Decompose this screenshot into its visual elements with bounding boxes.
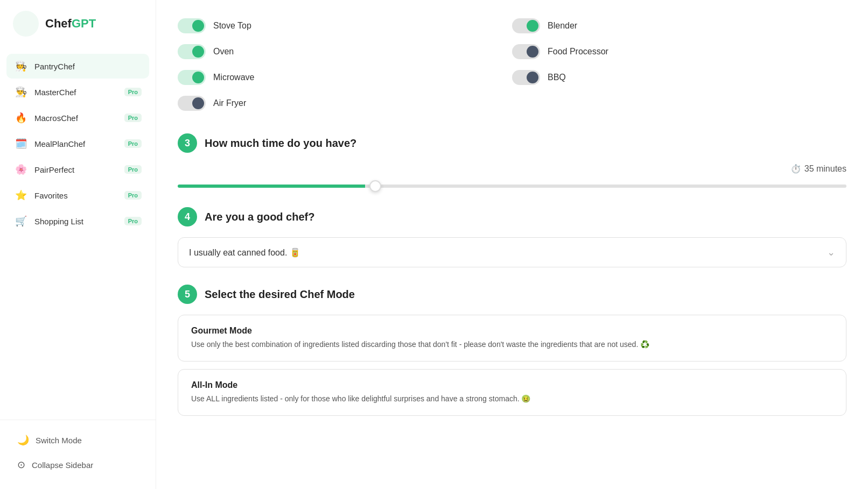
skill-section-title: Are you a good chef? bbox=[205, 211, 314, 223]
master-chef-pro-badge: Pro bbox=[124, 88, 142, 96]
chef-mode-section-title: Select the desired Chef Mode bbox=[205, 288, 355, 301]
meal-plan-chef-pro-badge: Pro bbox=[124, 139, 142, 148]
sidebar: 🤖 ChefGPT 🧑‍🍳 PantryChef 👨‍🍳 MasterChef … bbox=[0, 0, 156, 489]
time-icon: ⏱️ bbox=[790, 164, 801, 174]
appliance-stove-top: Stove Top bbox=[178, 13, 512, 39]
air-fryer-label: Air Fryer bbox=[213, 98, 246, 108]
shopping-list-pro-badge: Pro bbox=[124, 217, 142, 225]
microwave-toggle[interactable] bbox=[178, 70, 206, 85]
appliance-air-fryer: Air Fryer bbox=[178, 90, 512, 116]
macros-chef-pro-badge: Pro bbox=[124, 114, 142, 122]
switch-mode-button[interactable]: 🌙 Switch Mode bbox=[11, 429, 145, 451]
oven-label: Oven bbox=[213, 47, 234, 56]
time-slider[interactable] bbox=[178, 185, 846, 188]
sidebar-item-pair-perfect[interactable]: 🌸 PairPerfect Pro bbox=[6, 157, 149, 182]
pair-perfect-label: PairPerfect bbox=[34, 165, 74, 174]
sidebar-item-meal-plan-chef[interactable]: 🗓️ MealPlanChef Pro bbox=[6, 131, 149, 156]
time-section-header: 3 How much time do you have? bbox=[178, 133, 846, 153]
skill-dropdown-value: I usually eat canned food. 🥫 bbox=[189, 247, 300, 258]
all-in-mode-card[interactable]: All-In Mode Use ALL ingredients listed -… bbox=[178, 369, 846, 416]
oven-toggle[interactable] bbox=[178, 44, 206, 59]
time-section-title: How much time do you have? bbox=[205, 137, 356, 150]
macros-chef-icon: 🔥 bbox=[14, 111, 28, 125]
favorites-pro-badge: Pro bbox=[124, 191, 142, 200]
master-chef-label: MasterChef bbox=[34, 88, 76, 97]
microwave-label: Microwave bbox=[213, 73, 254, 82]
dropdown-chevron-icon: ⌄ bbox=[827, 246, 835, 258]
food-processor-label: Food Processor bbox=[548, 47, 608, 56]
shopping-list-label: Shopping List bbox=[34, 217, 83, 226]
gourmet-mode-card[interactable]: Gourmet Mode Use only the best combinati… bbox=[178, 315, 846, 362]
appliance-oven: Oven bbox=[178, 39, 512, 65]
time-value: 35 minutes bbox=[804, 164, 846, 174]
sidebar-item-favorites[interactable]: ⭐ Favorites Pro bbox=[6, 183, 149, 208]
blender-toggle[interactable] bbox=[512, 18, 540, 33]
collapse-sidebar-label: Collapse Sidebar bbox=[32, 460, 93, 470]
bbq-label: BBQ bbox=[548, 73, 566, 82]
air-fryer-toggle-knob bbox=[192, 97, 204, 109]
favorites-icon: ⭐ bbox=[14, 188, 28, 202]
air-fryer-toggle[interactable] bbox=[178, 96, 206, 111]
time-display: ⏱️ 35 minutes bbox=[178, 164, 846, 174]
appliance-bbq: BBQ bbox=[512, 65, 846, 90]
blender-label: Blender bbox=[548, 21, 577, 31]
logo-text: ChefGPT bbox=[45, 17, 96, 31]
chef-gpt-logo-icon: 🤖 bbox=[13, 11, 39, 37]
appliance-food-processor: Food Processor bbox=[512, 39, 846, 65]
pantry-chef-label: PantryChef bbox=[34, 62, 75, 71]
sidebar-item-pantry-chef[interactable]: 🧑‍🍳 PantryChef bbox=[6, 54, 149, 79]
appliance-blender: Blender bbox=[512, 13, 846, 39]
all-in-mode-description: Use ALL ingredients listed - only for th… bbox=[191, 393, 833, 405]
favorites-label: Favorites bbox=[34, 191, 68, 200]
step-3-badge: 3 bbox=[178, 133, 197, 153]
bbq-toggle-knob bbox=[527, 72, 538, 83]
nav-items: 🧑‍🍳 PantryChef 👨‍🍳 MasterChef Pro 🔥 Macr… bbox=[0, 49, 156, 420]
step-5-badge: 5 bbox=[178, 285, 197, 304]
pantry-chef-icon: 🧑‍🍳 bbox=[14, 59, 28, 73]
bbq-toggle[interactable] bbox=[512, 70, 540, 85]
meal-plan-chef-icon: 🗓️ bbox=[14, 137, 28, 151]
switch-mode-label: Switch Mode bbox=[36, 436, 82, 445]
meal-plan-chef-label: MealPlanChef bbox=[34, 139, 85, 148]
chef-mode-section-header: 5 Select the desired Chef Mode bbox=[178, 285, 846, 304]
sidebar-item-master-chef[interactable]: 👨‍🍳 MasterChef Pro bbox=[6, 80, 149, 104]
sidebar-item-macros-chef[interactable]: 🔥 MacrosChef Pro bbox=[6, 105, 149, 130]
food-processor-toggle[interactable] bbox=[512, 44, 540, 59]
oven-toggle-knob bbox=[192, 46, 204, 58]
collapse-icon: ⊙ bbox=[17, 459, 25, 471]
gourmet-mode-description: Use only the best combination of ingredi… bbox=[191, 339, 833, 350]
stove-top-toggle-knob bbox=[192, 20, 204, 32]
appliances-grid: Stove Top Oven Microwave A bbox=[178, 13, 846, 116]
master-chef-icon: 👨‍🍳 bbox=[14, 85, 28, 99]
switch-mode-icon: 🌙 bbox=[17, 434, 29, 446]
gourmet-mode-title: Gourmet Mode bbox=[191, 326, 833, 336]
time-slider-container bbox=[178, 180, 846, 190]
pair-perfect-icon: 🌸 bbox=[14, 162, 28, 176]
all-in-mode-title: All-In Mode bbox=[191, 380, 833, 390]
logo-area: 🤖 ChefGPT bbox=[0, 0, 156, 49]
stove-top-toggle[interactable] bbox=[178, 18, 206, 33]
shopping-list-icon: 🛒 bbox=[14, 214, 28, 228]
appliances-right-col: Blender Food Processor BBQ bbox=[512, 13, 846, 116]
appliance-microwave: Microwave bbox=[178, 65, 512, 90]
sidebar-item-shopping-list[interactable]: 🛒 Shopping List Pro bbox=[6, 209, 149, 233]
stove-top-label: Stove Top bbox=[213, 21, 251, 31]
blender-toggle-knob bbox=[527, 20, 538, 32]
svg-point-0 bbox=[13, 11, 39, 37]
step-4-badge: 4 bbox=[178, 207, 197, 226]
microwave-toggle-knob bbox=[192, 72, 204, 83]
main-content: Stove Top Oven Microwave A bbox=[156, 0, 868, 489]
pair-perfect-pro-badge: Pro bbox=[124, 165, 142, 174]
food-processor-toggle-knob bbox=[527, 46, 538, 58]
appliances-left-col: Stove Top Oven Microwave A bbox=[178, 13, 512, 116]
skill-section-header: 4 Are you a good chef? bbox=[178, 207, 846, 226]
macros-chef-label: MacrosChef bbox=[34, 114, 78, 123]
sidebar-bottom: 🌙 Switch Mode ⊙ Collapse Sidebar bbox=[0, 420, 156, 489]
skill-dropdown[interactable]: I usually eat canned food. 🥫 ⌄ bbox=[178, 237, 846, 267]
collapse-sidebar-button[interactable]: ⊙ Collapse Sidebar bbox=[11, 453, 145, 476]
